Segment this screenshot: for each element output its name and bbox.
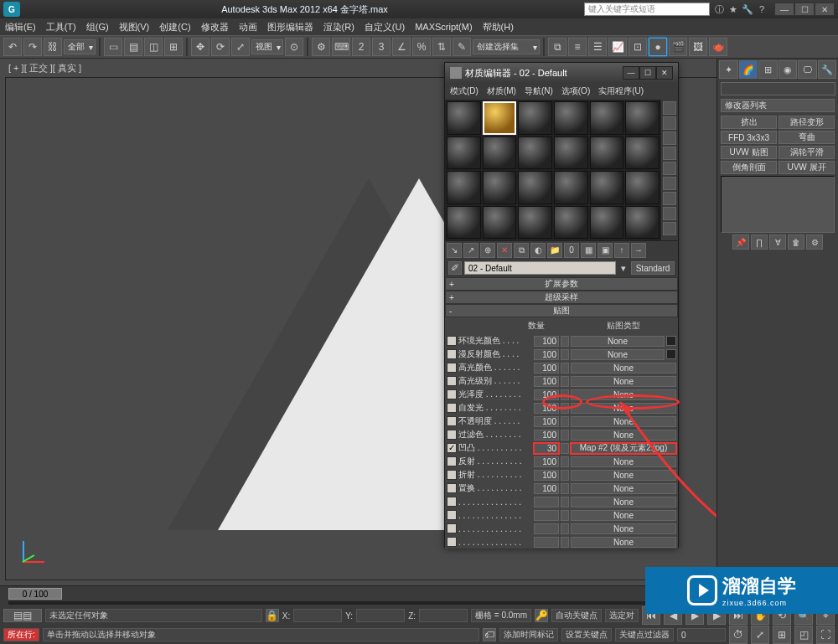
sample-slot[interactable] xyxy=(447,206,481,240)
percent-snap-button[interactable]: % xyxy=(412,38,431,56)
snap-2d-button[interactable]: 2 xyxy=(352,38,370,56)
map-amount-spinner[interactable] xyxy=(534,537,559,548)
map-enable-checkbox[interactable] xyxy=(447,416,457,426)
mod-uvwmap[interactable]: UVW 贴图 xyxy=(721,146,777,159)
object-name-field[interactable] xyxy=(721,82,835,95)
tab-utilities[interactable]: 🔧 xyxy=(818,60,837,79)
tab-display[interactable]: 🖵 xyxy=(798,60,817,79)
make-unique-mod-button[interactable]: ∀ xyxy=(769,234,786,250)
menu-animation[interactable]: 动画 xyxy=(239,21,257,33)
spinner-arrows[interactable] xyxy=(561,336,569,347)
info-icon[interactable]: ⓘ xyxy=(713,3,725,15)
sample-slot[interactable] xyxy=(483,206,517,240)
sample-slot[interactable] xyxy=(447,171,481,204)
spinner-arrows[interactable] xyxy=(561,389,569,400)
scale-button[interactable]: ⤢ xyxy=(231,38,250,56)
map-slot-button[interactable]: None xyxy=(571,537,676,548)
sample-slot[interactable] xyxy=(625,101,660,135)
map-enable-checkbox[interactable] xyxy=(447,443,457,453)
spinner-arrows[interactable] xyxy=(561,416,569,427)
select-button[interactable]: ▭ xyxy=(104,38,122,56)
map-slot-button[interactable]: None xyxy=(571,403,676,414)
undo-button[interactable]: ↶ xyxy=(3,38,22,56)
add-time-tag[interactable]: 添加时间标记 xyxy=(499,628,558,641)
options-button[interactable] xyxy=(663,192,676,205)
spinner-arrows[interactable] xyxy=(561,523,569,534)
sample-slot[interactable] xyxy=(483,137,517,170)
map-enable-checkbox[interactable] xyxy=(447,510,457,520)
selection-scope-dropdown[interactable]: 全部 xyxy=(64,39,96,54)
video-check-button[interactable] xyxy=(663,162,676,175)
edged-faces-button[interactable]: ✎ xyxy=(453,38,471,56)
select-by-mat-button[interactable] xyxy=(663,207,676,220)
map-amount-spinner[interactable]: 100 xyxy=(534,416,559,427)
render-setup-button[interactable]: 🎬 xyxy=(669,38,687,56)
viewport-label[interactable]: [ + ][ 正交 ][ 真实 ] xyxy=(8,62,81,75)
tab-create[interactable]: ✦ xyxy=(719,60,738,79)
map-amount-spinner[interactable]: 100 xyxy=(534,363,559,374)
map-slot-button[interactable]: None xyxy=(571,336,665,347)
viewport[interactable] xyxy=(5,77,833,580)
map-slot-button[interactable]: None xyxy=(571,363,676,374)
map-amount-spinner[interactable] xyxy=(534,497,559,507)
sample-slot[interactable] xyxy=(554,171,588,204)
background-button[interactable] xyxy=(663,131,676,145)
keyboard-button[interactable]: ⌨ xyxy=(332,38,350,56)
mat-map-nav-button[interactable] xyxy=(663,222,676,235)
current-frame-field[interactable]: 0 xyxy=(677,628,726,641)
map-slot-button[interactable]: None xyxy=(571,483,676,494)
menu-maxscript[interactable]: MAXScript(M) xyxy=(415,22,472,32)
nav-zoom-extents-button[interactable]: ⤢ xyxy=(751,626,769,644)
spinner-arrows[interactable] xyxy=(561,430,569,440)
key-mode-button[interactable]: 🔑 xyxy=(535,609,548,622)
map-slot-button[interactable]: None xyxy=(571,416,676,427)
close-button[interactable]: ✕ xyxy=(815,3,835,16)
menu-views[interactable]: 视图(V) xyxy=(119,21,150,33)
render-button[interactable]: 🫖 xyxy=(709,38,727,56)
map-amount-spinner[interactable]: 100 xyxy=(534,470,559,481)
menu-rendering[interactable]: 渲染(R) xyxy=(323,21,354,33)
show-end-button[interactable]: ▣ xyxy=(597,243,613,258)
mod-bend[interactable]: 弯曲 xyxy=(779,131,835,144)
window-crossing-button[interactable]: ⊞ xyxy=(164,38,183,56)
wrench-icon[interactable]: 🔧 xyxy=(742,3,753,15)
sample-slot[interactable] xyxy=(483,171,517,204)
me-maximize-button[interactable]: ☐ xyxy=(639,66,656,80)
lock-selection-button[interactable]: 🔒 xyxy=(266,609,279,622)
sample-slot[interactable] xyxy=(554,101,588,135)
map-amount-spinner[interactable]: 100 xyxy=(534,336,559,347)
coord-x-field[interactable] xyxy=(293,609,342,622)
make-preview-button[interactable] xyxy=(663,177,676,190)
spinner-arrows[interactable] xyxy=(561,497,569,507)
spinner-arrows[interactable] xyxy=(561,363,569,374)
sample-slot[interactable] xyxy=(625,137,660,170)
map-enable-checkbox[interactable] xyxy=(447,403,457,413)
link-button[interactable]: ⛓ xyxy=(44,38,62,56)
material-type-button[interactable]: Standard xyxy=(631,261,675,275)
menu-group[interactable]: 组(G) xyxy=(86,21,109,33)
remove-mod-button[interactable]: 🗑 xyxy=(788,234,804,250)
spinner-snap-button[interactable]: ⇅ xyxy=(432,38,451,56)
map-slot-button[interactable]: None xyxy=(571,389,676,400)
mat-id-button[interactable]: 0 xyxy=(564,243,579,258)
mod-bevelprofile[interactable]: 倒角剖面 xyxy=(721,161,777,174)
tab-motion[interactable]: ◉ xyxy=(779,60,798,79)
rotate-button[interactable]: ⟳ xyxy=(211,38,230,56)
spinner-arrows[interactable] xyxy=(561,376,569,387)
selected-only-button[interactable]: 选定对 xyxy=(605,609,639,622)
mod-turbosmooth[interactable]: 涡轮平滑 xyxy=(779,146,835,159)
map-amount-spinner[interactable]: 30 xyxy=(534,443,559,454)
sample-slot[interactable] xyxy=(625,171,660,204)
pivot-button[interactable]: ⊙ xyxy=(285,38,303,56)
material-name-dropdown[interactable]: 02 - Default xyxy=(464,261,616,275)
rollout-maps[interactable]: -贴图 xyxy=(445,304,678,317)
sample-slot[interactable] xyxy=(518,206,552,240)
spinner-arrows[interactable] xyxy=(561,470,569,481)
map-enable-checkbox[interactable] xyxy=(447,376,457,386)
map-enable-checkbox[interactable] xyxy=(447,537,457,547)
help-icon[interactable]: ? xyxy=(756,3,768,15)
map-slot-button[interactable]: Map #2 (埃及元素2.jpg) xyxy=(571,443,676,454)
sample-slot[interactable] xyxy=(554,137,588,170)
map-enable-checkbox[interactable] xyxy=(447,523,457,533)
map-slot-button[interactable]: None xyxy=(571,523,676,534)
